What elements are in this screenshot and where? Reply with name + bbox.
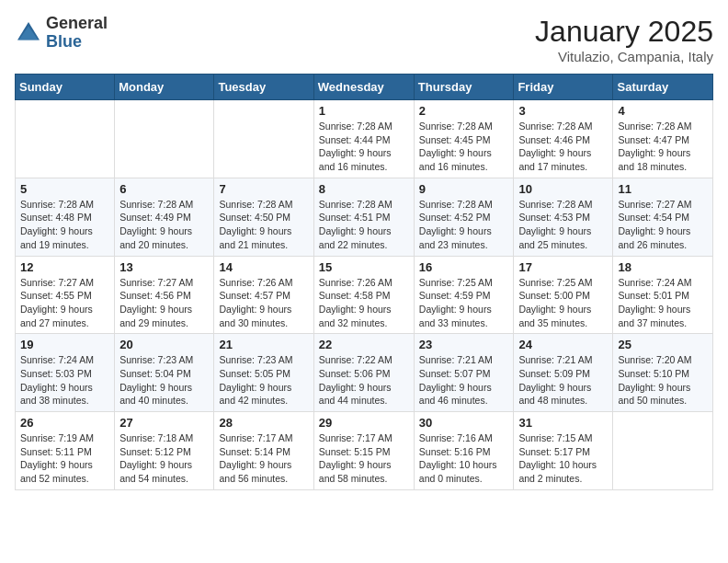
calendar-cell: 24Sunrise: 7:21 AMSunset: 5:09 PMDayligh…: [514, 334, 613, 412]
day-info: Sunrise: 7:27 AMSunset: 4:56 PMDaylight:…: [119, 276, 209, 330]
calendar-cell: 17Sunrise: 7:25 AMSunset: 5:00 PMDayligh…: [514, 256, 613, 334]
day-info: Sunrise: 7:26 AMSunset: 4:58 PMDaylight:…: [319, 276, 409, 330]
logo-blue-text: Blue: [46, 33, 108, 52]
day-info: Sunrise: 7:24 AMSunset: 5:03 PMDaylight:…: [20, 353, 109, 408]
calendar-cell: 30Sunrise: 7:16 AMSunset: 5:16 PMDayligh…: [414, 412, 514, 490]
day-info: Sunrise: 7:28 AMSunset: 4:50 PMDaylight:…: [219, 198, 308, 252]
calendar-week-row: 12Sunrise: 7:27 AMSunset: 4:55 PMDayligh…: [16, 256, 713, 334]
month-title: January 2025: [535, 15, 713, 49]
day-number: 25: [618, 338, 708, 351]
calendar-cell: 23Sunrise: 7:21 AMSunset: 5:07 PMDayligh…: [414, 334, 514, 412]
day-number: 6: [119, 182, 209, 196]
day-number: 31: [518, 416, 608, 430]
calendar-cell: 19Sunrise: 7:24 AMSunset: 5:03 PMDayligh…: [16, 334, 115, 412]
logo-icon: [15, 19, 42, 47]
day-info: Sunrise: 7:17 AMSunset: 5:14 PMDaylight:…: [219, 431, 308, 486]
calendar-cell: 25Sunrise: 7:20 AMSunset: 5:10 PMDayligh…: [613, 334, 713, 412]
calendar-cell: 2Sunrise: 7:28 AMSunset: 4:45 PMDaylight…: [414, 100, 514, 178]
day-info: Sunrise: 7:21 AMSunset: 5:07 PMDaylight:…: [419, 353, 509, 408]
calendar-cell: 10Sunrise: 7:28 AMSunset: 4:53 PMDayligh…: [514, 178, 613, 256]
calendar-cell: 1Sunrise: 7:28 AMSunset: 4:44 PMDaylight…: [313, 100, 414, 178]
calendar-cell: 4Sunrise: 7:28 AMSunset: 4:47 PMDaylight…: [613, 100, 713, 178]
day-number: 7: [219, 182, 308, 196]
title-block: January 2025 Vitulazio, Campania, Italy: [535, 15, 713, 64]
day-info: Sunrise: 7:18 AMSunset: 5:12 PMDaylight:…: [119, 431, 209, 486]
calendar-cell: [613, 412, 713, 490]
day-number: 14: [219, 260, 308, 274]
day-number: 28: [219, 416, 308, 430]
weekday-header-sunday: Sunday: [16, 75, 115, 100]
calendar-cell: [115, 100, 214, 178]
calendar-body: 1Sunrise: 7:28 AMSunset: 4:44 PMDaylight…: [16, 100, 713, 490]
day-number: 20: [119, 338, 209, 351]
calendar-cell: 6Sunrise: 7:28 AMSunset: 4:49 PMDaylight…: [115, 178, 214, 256]
day-info: Sunrise: 7:28 AMSunset: 4:52 PMDaylight:…: [419, 198, 509, 252]
day-info: Sunrise: 7:23 AMSunset: 5:04 PMDaylight:…: [119, 353, 209, 408]
day-number: 18: [618, 260, 708, 274]
day-info: Sunrise: 7:27 AMSunset: 4:55 PMDaylight:…: [20, 276, 109, 330]
calendar-week-row: 19Sunrise: 7:24 AMSunset: 5:03 PMDayligh…: [16, 334, 713, 412]
calendar-cell: 29Sunrise: 7:17 AMSunset: 5:15 PMDayligh…: [313, 412, 414, 490]
day-info: Sunrise: 7:28 AMSunset: 4:48 PMDaylight:…: [20, 198, 109, 252]
calendar-cell: 5Sunrise: 7:28 AMSunset: 4:48 PMDaylight…: [16, 178, 115, 256]
day-number: 27: [119, 416, 209, 430]
calendar-week-row: 1Sunrise: 7:28 AMSunset: 4:44 PMDaylight…: [16, 100, 713, 178]
day-number: 24: [518, 338, 608, 351]
day-number: 15: [319, 260, 409, 274]
day-info: Sunrise: 7:28 AMSunset: 4:51 PMDaylight:…: [319, 198, 409, 252]
day-number: 13: [119, 260, 209, 274]
calendar-cell: 13Sunrise: 7:27 AMSunset: 4:56 PMDayligh…: [115, 256, 214, 334]
calendar-cell: 21Sunrise: 7:23 AMSunset: 5:05 PMDayligh…: [214, 334, 313, 412]
weekday-header-thursday: Thursday: [414, 75, 514, 100]
calendar-cell: 15Sunrise: 7:26 AMSunset: 4:58 PMDayligh…: [313, 256, 414, 334]
calendar-cell: 12Sunrise: 7:27 AMSunset: 4:55 PMDayligh…: [16, 256, 115, 334]
calendar-cell: 8Sunrise: 7:28 AMSunset: 4:51 PMDaylight…: [313, 178, 414, 256]
calendar-cell: 16Sunrise: 7:25 AMSunset: 4:59 PMDayligh…: [414, 256, 514, 334]
calendar-cell: 14Sunrise: 7:26 AMSunset: 4:57 PMDayligh…: [214, 256, 313, 334]
calendar-week-row: 5Sunrise: 7:28 AMSunset: 4:48 PMDaylight…: [16, 178, 713, 256]
day-number: 9: [419, 182, 509, 196]
day-info: Sunrise: 7:15 AMSunset: 5:17 PMDaylight:…: [518, 431, 608, 486]
calendar-cell: 31Sunrise: 7:15 AMSunset: 5:17 PMDayligh…: [514, 412, 613, 490]
day-info: Sunrise: 7:28 AMSunset: 4:45 PMDaylight:…: [419, 120, 509, 174]
weekday-header-tuesday: Tuesday: [214, 75, 313, 100]
day-info: Sunrise: 7:20 AMSunset: 5:10 PMDaylight:…: [618, 353, 708, 408]
page-header: General Blue January 2025 Vitulazio, Cam…: [15, 15, 713, 64]
day-number: 22: [319, 338, 409, 351]
day-info: Sunrise: 7:28 AMSunset: 4:44 PMDaylight:…: [319, 120, 409, 174]
calendar-week-row: 26Sunrise: 7:19 AMSunset: 5:11 PMDayligh…: [16, 412, 713, 490]
day-number: 3: [518, 104, 608, 118]
day-info: Sunrise: 7:28 AMSunset: 4:47 PMDaylight:…: [618, 120, 708, 174]
calendar-cell: 27Sunrise: 7:18 AMSunset: 5:12 PMDayligh…: [115, 412, 214, 490]
calendar-cell: 26Sunrise: 7:19 AMSunset: 5:11 PMDayligh…: [16, 412, 115, 490]
day-number: 17: [518, 260, 608, 274]
day-info: Sunrise: 7:16 AMSunset: 5:16 PMDaylight:…: [419, 431, 509, 486]
weekday-header-saturday: Saturday: [613, 75, 713, 100]
logo: General Blue: [15, 15, 108, 52]
day-number: 5: [20, 182, 109, 196]
calendar-cell: 9Sunrise: 7:28 AMSunset: 4:52 PMDaylight…: [414, 178, 514, 256]
day-info: Sunrise: 7:21 AMSunset: 5:09 PMDaylight:…: [518, 353, 608, 408]
day-info: Sunrise: 7:23 AMSunset: 5:05 PMDaylight:…: [219, 353, 308, 408]
day-number: 29: [319, 416, 409, 430]
calendar-cell: [214, 100, 313, 178]
day-number: 2: [419, 104, 509, 118]
weekday-header-monday: Monday: [115, 75, 214, 100]
day-number: 4: [618, 104, 708, 118]
calendar-cell: 18Sunrise: 7:24 AMSunset: 5:01 PMDayligh…: [613, 256, 713, 334]
day-info: Sunrise: 7:17 AMSunset: 5:15 PMDaylight:…: [319, 431, 409, 486]
day-number: 30: [419, 416, 509, 430]
day-info: Sunrise: 7:26 AMSunset: 4:57 PMDaylight:…: [219, 276, 308, 330]
logo-general-text: General: [46, 15, 108, 33]
day-number: 23: [419, 338, 509, 351]
day-info: Sunrise: 7:28 AMSunset: 4:49 PMDaylight:…: [119, 198, 209, 252]
calendar-cell: 20Sunrise: 7:23 AMSunset: 5:04 PMDayligh…: [115, 334, 214, 412]
calendar-cell: 7Sunrise: 7:28 AMSunset: 4:50 PMDaylight…: [214, 178, 313, 256]
calendar-cell: 28Sunrise: 7:17 AMSunset: 5:14 PMDayligh…: [214, 412, 313, 490]
day-info: Sunrise: 7:22 AMSunset: 5:06 PMDaylight:…: [319, 353, 409, 408]
day-number: 26: [20, 416, 109, 430]
day-number: 8: [319, 182, 409, 196]
day-info: Sunrise: 7:19 AMSunset: 5:11 PMDaylight:…: [20, 431, 109, 486]
calendar-table: SundayMondayTuesdayWednesdayThursdayFrid…: [15, 74, 713, 490]
day-info: Sunrise: 7:24 AMSunset: 5:01 PMDaylight:…: [618, 276, 708, 330]
